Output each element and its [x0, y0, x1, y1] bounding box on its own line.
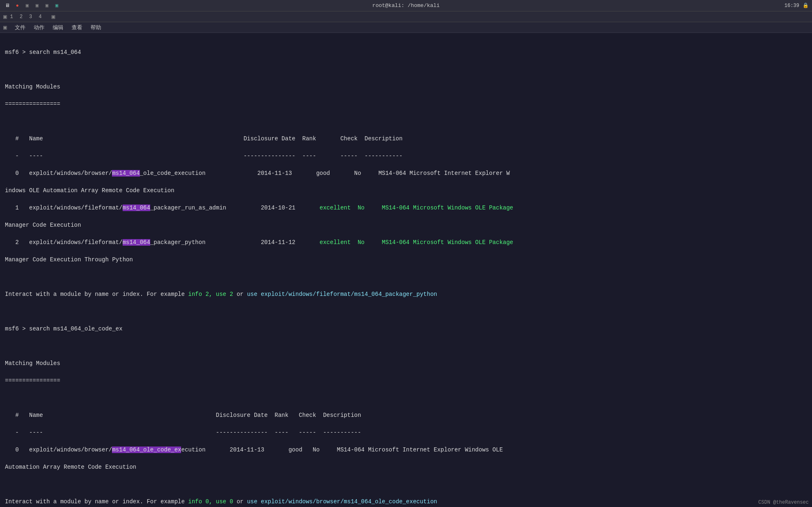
- menu-file[interactable]: 文件: [15, 24, 26, 31]
- bottom-credit: CSDN @theRavensec: [758, 500, 809, 505]
- interact2-link: use exploit/windows/browser/ms14_064_ole…: [247, 498, 437, 505]
- line-row2-0: 0 exploit/windows/browser/ms14_064_ole_c…: [5, 446, 807, 454]
- icon2: ●: [13, 2, 21, 10]
- highlight-row0: ms14_064: [112, 170, 140, 177]
- line-row0: 0 exploit/windows/browser/ms14_064_ole_c…: [5, 169, 807, 178]
- menu-help[interactable]: 帮助: [91, 24, 101, 31]
- line-table1-hdr: # Name Disclosure Date Rank Check Descri…: [5, 135, 807, 143]
- interact2-info: info 0,: [188, 498, 212, 505]
- line-prompt1: msf6 > search ms14_064: [5, 48, 807, 57]
- line-row2-0-cont: Automation Array Remote Code Execution: [5, 463, 807, 472]
- tab-icon: ▣: [51, 13, 55, 20]
- line-section2-ul: ================: [5, 377, 807, 385]
- section1-title: Matching Modules: [5, 84, 60, 90]
- menu-edit[interactable]: 编辑: [53, 24, 63, 31]
- highlight-row2-0: ms14_064_ole_code_ex: [112, 447, 181, 453]
- rank-excellent-2: excellent No MS14-064 Microsoft Windows …: [320, 239, 513, 246]
- top-bar-icons: 🖥 ● ▣ ▣ ▣ ▣: [3, 2, 61, 10]
- app-icon: 🖥: [3, 2, 12, 10]
- term-small-icon: ▣: [3, 24, 7, 31]
- table1-underline: - ---- --------------- ---- ----- ------…: [5, 153, 403, 159]
- line-interact1: Interact with a module by name or index.…: [5, 290, 807, 299]
- tab-2[interactable]: 2: [20, 14, 23, 20]
- line-blank5: [5, 342, 807, 351]
- interact1-use: use 2: [212, 291, 233, 298]
- line-section1-ul: ================: [5, 100, 807, 109]
- icon5: ▣: [43, 2, 51, 10]
- bottom-bar: CSDN @theRavensec: [755, 498, 812, 507]
- top-bar-right: 16:39 🔒: [784, 2, 809, 9]
- tab-1[interactable]: 1: [10, 14, 13, 20]
- line-row1-cont: Manager Code Execution: [5, 221, 807, 230]
- line-interact2: Interact with a module by name or index.…: [5, 498, 807, 506]
- interact2-use: use 0: [212, 498, 233, 505]
- line-row1: 1 exploit/windows/fileformat/ms14_064_pa…: [5, 204, 807, 212]
- table2-headers: # Name Disclosure Date Rank Check Descri…: [5, 412, 361, 419]
- section2-underline: ================: [5, 377, 60, 384]
- rank-good-0: good No MS14-064 Microsoft Internet Expl…: [316, 170, 510, 177]
- line-blank1: [5, 65, 807, 74]
- tab-3[interactable]: 3: [29, 14, 32, 20]
- line-blank7: [5, 480, 807, 489]
- tab-bar: ▣ 1 2 3 4 ▣: [0, 12, 812, 22]
- line-blank3: [5, 273, 807, 281]
- line-table2-ul: - ---- --------------- ---- ----- ------…: [5, 428, 807, 437]
- icon6: ▣: [53, 2, 61, 10]
- tab-4[interactable]: 4: [39, 14, 42, 20]
- rank-excellent-1: excellent No MS14-064 Microsoft Windows …: [320, 205, 513, 211]
- top-bar: 🖥 ● ▣ ▣ ▣ ▣ root@kali: /home/kali 16:39 …: [0, 0, 812, 12]
- menu-bar: ▣ 文件 动作 编辑 查看 帮助: [0, 22, 812, 33]
- line-row0-cont: indows OLE Automation Array Remote Code …: [5, 186, 807, 195]
- lock-icon: 🔒: [803, 2, 809, 9]
- prompt2: msf6 > search ms14_064_ole_code_ex: [5, 326, 123, 332]
- menu-view[interactable]: 查看: [72, 24, 82, 31]
- icon3: ▣: [23, 2, 31, 10]
- term-icon: ▣: [3, 13, 7, 20]
- interact1-info: info 2,: [188, 291, 212, 298]
- highlight-row2: ms14_064: [123, 239, 150, 246]
- rank-good-2-0: good No MS14-064 Microsoft Internet Expl…: [289, 447, 503, 453]
- prompt1: msf6 > search ms14_064: [5, 49, 81, 56]
- icon4: ▣: [33, 2, 41, 10]
- line-blank4: [5, 307, 807, 316]
- table1-headers: # Name Disclosure Date Rank Check Descri…: [5, 135, 403, 142]
- line-table2-hdr: # Name Disclosure Date Rank Check Descri…: [5, 411, 807, 420]
- line-table1-ul: - ---- --------------- ---- ----- ------…: [5, 152, 807, 160]
- section2-title: Matching Modules: [5, 360, 60, 367]
- interact1-link: use exploit/windows/fileformat/ms14_064_…: [247, 291, 437, 298]
- line-blank2: [5, 117, 807, 126]
- clock: 16:39: [784, 3, 799, 9]
- highlight-row1: ms14_064: [123, 205, 150, 211]
- line-row2: 2 exploit/windows/fileformat/ms14_064_pa…: [5, 238, 807, 247]
- line-blank6: [5, 394, 807, 402]
- line-section1-title: Matching Modules: [5, 83, 807, 91]
- terminal[interactable]: msf6 > search ms14_064 Matching Modules …: [0, 33, 812, 507]
- menu-action[interactable]: 动作: [34, 24, 44, 31]
- table2-underline: - ---- --------------- ---- ----- ------…: [5, 429, 361, 436]
- line-row2-cont: Manager Code Execution Through Python: [5, 256, 807, 264]
- line-prompt2: msf6 > search ms14_064_ole_code_ex: [5, 325, 807, 333]
- line-section2-title: Matching Modules: [5, 359, 807, 368]
- section1-underline: ================: [5, 101, 60, 107]
- window-title: root@kali: /home/kali: [372, 2, 440, 9]
